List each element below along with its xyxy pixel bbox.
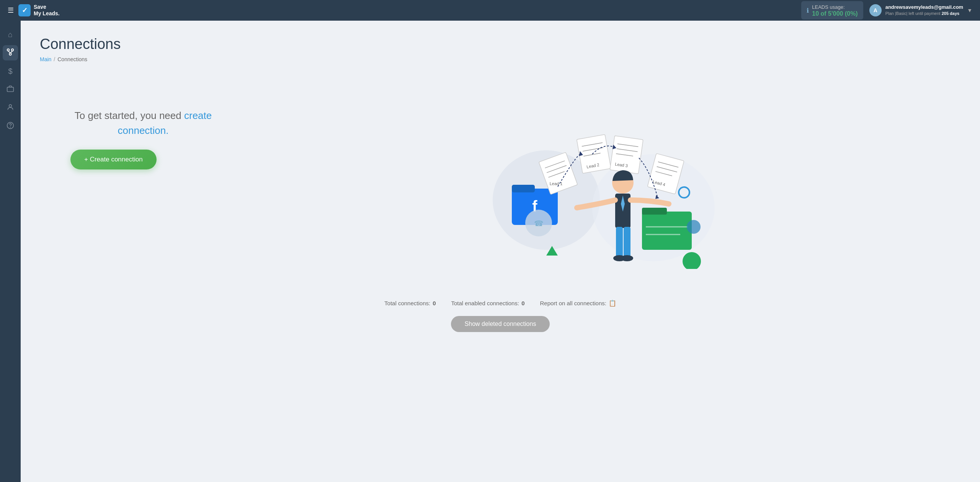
info-icon: ℹ bbox=[807, 7, 809, 14]
breadcrumb-current: Connections bbox=[57, 56, 87, 62]
briefcase-icon bbox=[7, 85, 14, 94]
svg-text:☎: ☎ bbox=[534, 219, 544, 228]
left-section: To get started, you need create connecti… bbox=[40, 78, 231, 169]
topbar-left: ☰ ✓ Save My Leads. bbox=[8, 4, 60, 17]
total-enabled-stat: Total enabled connections: 0 bbox=[451, 300, 525, 306]
illustration-svg: f Lead 1 bbox=[462, 85, 730, 269]
user-icon bbox=[7, 103, 14, 113]
chevron-down-icon: ▼ bbox=[967, 7, 972, 13]
bottom-stats: Total connections: 0 Total enabled conne… bbox=[40, 300, 961, 307]
logo-text: Save My Leads. bbox=[34, 4, 60, 17]
user-info: andrewsavemyleads@gmail.com Plan |Basic|… bbox=[885, 4, 963, 16]
sidebar-item-billing[interactable]: $ bbox=[3, 64, 18, 79]
dollar-icon: $ bbox=[8, 67, 12, 76]
topbar: ☰ ✓ Save My Leads. ℹ LEADS usage: 10 of … bbox=[0, 0, 980, 21]
topbar-right: ℹ LEADS usage: 10 of 5'000 (0%) A andrew… bbox=[801, 1, 972, 20]
svg-rect-15 bbox=[642, 208, 667, 215]
svg-line-4 bbox=[10, 51, 13, 53]
home-icon: ⌂ bbox=[8, 30, 13, 39]
svg-point-50 bbox=[683, 252, 701, 269]
svg-rect-14 bbox=[642, 212, 692, 250]
report-icon[interactable]: 📋 bbox=[609, 300, 616, 307]
main-content: Connections Main / Connections To get st… bbox=[21, 21, 980, 482]
content-area: To get started, you need create connecti… bbox=[40, 78, 961, 277]
svg-rect-5 bbox=[7, 87, 14, 91]
svg-point-49 bbox=[687, 220, 701, 234]
leads-usage-text: LEADS usage: 10 of 5'000 (0%) bbox=[812, 3, 858, 17]
logo-check-icon: ✓ bbox=[22, 6, 28, 15]
logo: ✓ Save My Leads. bbox=[18, 4, 60, 17]
svg-point-8 bbox=[10, 127, 11, 127]
breadcrumb-separator: / bbox=[54, 56, 55, 62]
sidebar-item-help[interactable] bbox=[3, 119, 18, 134]
logo-icon: ✓ bbox=[18, 4, 31, 16]
breadcrumb-main[interactable]: Main bbox=[40, 56, 51, 62]
svg-line-3 bbox=[8, 51, 11, 53]
sidebar-item-home[interactable]: ⌂ bbox=[3, 27, 18, 42]
svg-point-0 bbox=[7, 49, 10, 51]
svg-rect-12 bbox=[512, 185, 535, 192]
sidebar-item-integrations[interactable] bbox=[3, 82, 18, 97]
svg-point-1 bbox=[11, 49, 14, 51]
connections-icon bbox=[6, 48, 15, 58]
avatar: A bbox=[869, 4, 882, 16]
svg-rect-44 bbox=[616, 227, 623, 257]
leads-usage-box[interactable]: ℹ LEADS usage: 10 of 5'000 (0%) bbox=[801, 1, 863, 20]
help-icon bbox=[7, 122, 14, 131]
illustration-area: f Lead 1 bbox=[231, 78, 961, 277]
svg-point-2 bbox=[9, 53, 11, 55]
svg-text:?: ? bbox=[569, 266, 576, 269]
svg-rect-28 bbox=[610, 136, 643, 174]
user-box[interactable]: A andrewsavemyleads@gmail.com Plan |Basi… bbox=[869, 4, 972, 16]
create-connection-button[interactable]: + Create connection bbox=[70, 150, 157, 169]
report-stat: Report on all connections: 📋 bbox=[540, 300, 616, 307]
svg-point-6 bbox=[9, 104, 12, 107]
promo-text: To get started, you need create connecti… bbox=[70, 108, 216, 138]
breadcrumb: Main / Connections bbox=[40, 56, 961, 62]
menu-icon[interactable]: ☰ bbox=[8, 6, 14, 15]
svg-rect-45 bbox=[624, 227, 630, 257]
sidebar: ⌂ $ bbox=[0, 21, 21, 482]
page-title: Connections bbox=[40, 36, 961, 52]
show-deleted-button[interactable]: Show deleted connections bbox=[451, 316, 550, 332]
sidebar-item-connections[interactable] bbox=[3, 45, 18, 60]
sidebar-item-profile[interactable] bbox=[3, 100, 18, 116]
total-connections-stat: Total connections: 0 bbox=[384, 300, 436, 306]
svg-point-47 bbox=[621, 255, 633, 261]
